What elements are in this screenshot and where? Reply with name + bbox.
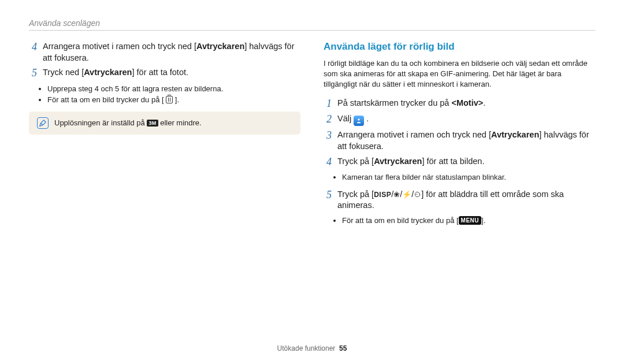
disp-button-icon: DISP [374, 191, 391, 199]
step-sub-bullets: Kameran tar flera bilder när statuslampa… [342, 172, 595, 183]
step-text: Välj . [337, 113, 369, 126]
macro-flower-icon: ❀ [393, 190, 400, 199]
step-number: 1 [324, 98, 332, 110]
step-4: 4 Tryck på [Avtryckaren] för att ta bild… [324, 156, 595, 169]
step-3: 3 Arrangera motivet i ramen och tryck ne… [324, 129, 595, 152]
note-pencil-icon [37, 117, 49, 129]
text: För att ta om en bild trycker du på [ [47, 95, 166, 104]
text: Välj [337, 114, 354, 123]
header-rule [29, 30, 595, 31]
step-5: 5 Tryck ned [Avtryckaren] för att ta fot… [29, 67, 300, 80]
step-1: 1 På startskärmen trycker du på <Motiv>. [324, 98, 595, 110]
step-sub-bullets: För att ta om en bild trycker du på [MEN… [342, 215, 595, 226]
menu-button-icon: MENU [459, 216, 481, 225]
two-column-layout: 4 Arrangera motivet i ramen och tryck ne… [29, 41, 595, 232]
step-2: 2 Välj . [324, 113, 595, 126]
moving-photo-mode-icon [354, 116, 364, 126]
text: eller mindre. [158, 118, 202, 127]
step-number: 3 [324, 129, 332, 142]
step-text: På startskärmen trycker du på <Motiv>. [337, 98, 485, 109]
self-timer-icon: ⏲ [414, 190, 421, 199]
bold-term: <Motiv> [451, 98, 483, 107]
text: ]. [481, 216, 485, 225]
step-number: 2 [324, 113, 332, 126]
section-title: Använda läget för rörlig bild [324, 41, 595, 53]
note-text: Upplösningen är inställd på 3M eller min… [54, 118, 202, 127]
info-note: Upplösningen är inställd på 3M eller min… [29, 112, 300, 135]
resolution-3m-icon: 3M [147, 120, 158, 127]
bullet-item: Kameran tar flera bilder när statuslampa… [342, 172, 595, 183]
text: Tryck på [ [337, 190, 374, 199]
section-intro: I rörligt bildläge kan du ta och kombine… [324, 58, 595, 90]
page-section-header: Använda scenlägen [29, 18, 595, 28]
left-column: 4 Arrangera motivet i ramen och tryck ne… [29, 41, 300, 232]
text: På startskärmen trycker du på [337, 98, 451, 107]
step-text: Tryck på [Avtryckaren] för att ta bilden… [337, 156, 484, 168]
text: ] för att ta bilden. [422, 157, 484, 166]
bold-term: Avtryckaren [491, 130, 539, 139]
bold-term: Avtryckaren [196, 42, 244, 51]
bold-term: Avtryckaren [374, 157, 422, 166]
text: ] för att ta fotot. [132, 68, 188, 77]
step-text: Arrangera motivet i ramen och tryck ned … [337, 129, 595, 152]
page-number: 55 [339, 344, 347, 352]
bold-term: Avtryckaren [84, 68, 132, 77]
text: Tryck på [ [337, 157, 374, 166]
step-number: 5 [29, 67, 37, 80]
step-number: 4 [29, 41, 37, 54]
step-number: 5 [324, 189, 332, 202]
trash-icon [166, 96, 173, 103]
right-column: Använda läget för rörlig bild I rörligt … [324, 41, 595, 232]
footer-label: Utökade funktioner [277, 344, 336, 352]
text: För att ta om en bild trycker du på [ [342, 216, 459, 225]
bullet-item: För att ta om en bild trycker du på [MEN… [342, 215, 595, 226]
text: Upplösningen är inställd på [54, 118, 147, 127]
svg-point-0 [358, 119, 360, 121]
step-text: Tryck ned [Avtryckaren] för att ta fotot… [43, 67, 188, 79]
text: Tryck ned [ [43, 68, 84, 77]
text: Arrangera motivet i ramen och tryck ned … [43, 42, 196, 51]
text: Arrangera motivet i ramen och tryck ned … [337, 130, 491, 139]
step-text: Tryck på [DISP/❀/⚡/⏲] för att bläddra ti… [337, 189, 595, 211]
page-footer: Utökade funktioner 55 [0, 344, 624, 352]
bullet-item: Upprepa steg 4 och 5 för att lagra reste… [47, 83, 300, 95]
text: ]. [173, 95, 179, 104]
text: . [483, 98, 485, 107]
step-5: 5 Tryck på [DISP/❀/⚡/⏲] för att bläddra … [324, 189, 595, 211]
step-number: 4 [324, 156, 332, 169]
step-4: 4 Arrangera motivet i ramen och tryck ne… [29, 41, 300, 64]
step-sub-bullets: Upprepa steg 4 och 5 för att lagra reste… [47, 83, 300, 106]
step-text: Arrangera motivet i ramen och tryck ned … [43, 41, 300, 64]
bullet-item: För att ta om en bild trycker du på [ ]. [47, 94, 300, 106]
text: . [366, 114, 369, 123]
flash-bolt-icon: ⚡ [402, 190, 411, 199]
